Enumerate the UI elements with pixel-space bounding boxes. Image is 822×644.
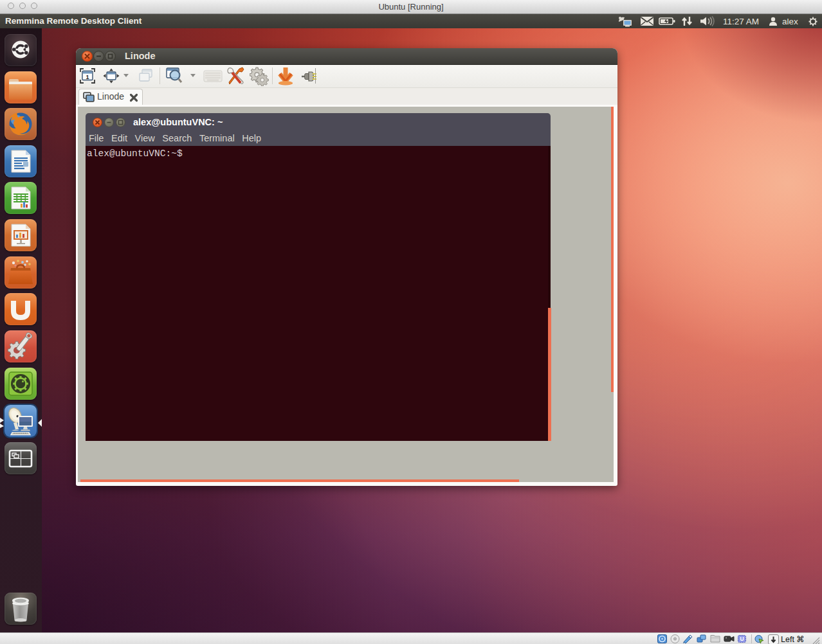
svg-text:U: U	[740, 636, 744, 642]
svg-text:1: 1	[86, 74, 89, 80]
